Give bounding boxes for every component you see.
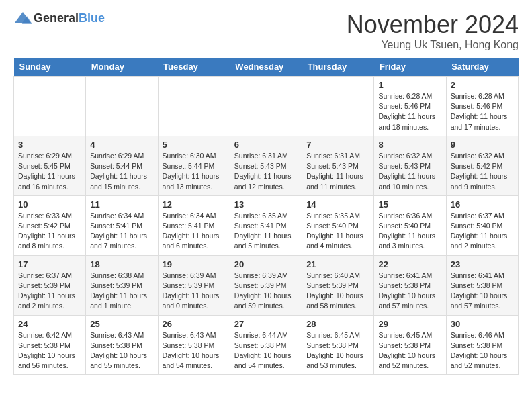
calendar-cell: 27Sunrise: 6:44 AM Sunset: 5:38 PM Dayli… (230, 315, 302, 375)
day-info: Sunrise: 6:35 AM Sunset: 5:41 PM Dayligh… (234, 211, 298, 252)
day-info: Sunrise: 6:31 AM Sunset: 5:43 PM Dayligh… (234, 151, 298, 192)
day-number: 3 (18, 140, 81, 150)
calendar-cell: 4Sunrise: 6:29 AM Sunset: 5:44 PM Daylig… (86, 136, 158, 195)
day-number: 20 (234, 259, 298, 269)
calendar-cell: 8Sunrise: 6:32 AM Sunset: 5:43 PM Daylig… (374, 136, 446, 195)
logo-general: General (34, 11, 79, 26)
day-number: 11 (90, 199, 153, 210)
week-row-4: 17Sunrise: 6:37 AM Sunset: 5:39 PM Dayli… (14, 255, 519, 315)
logo: GeneralBlue (13, 11, 105, 26)
day-info: Sunrise: 6:36 AM Sunset: 5:40 PM Dayligh… (378, 211, 441, 252)
month-title: November 2024 (347, 11, 519, 39)
calendar-cell: 22Sunrise: 6:41 AM Sunset: 5:38 PM Dayli… (374, 255, 446, 315)
calendar-table: SundayMondayTuesdayWednesdayThursdayFrid… (13, 58, 519, 375)
day-number: 5 (163, 140, 226, 150)
day-number: 15 (378, 199, 441, 210)
day-number: 16 (451, 199, 514, 210)
location: Yeung Uk Tsuen, Hong Kong (347, 39, 519, 51)
day-number: 21 (306, 259, 369, 269)
calendar-cell: 13Sunrise: 6:35 AM Sunset: 5:41 PM Dayli… (230, 195, 302, 255)
day-info: Sunrise: 6:41 AM Sunset: 5:38 PM Dayligh… (451, 271, 514, 312)
day-number: 12 (163, 199, 226, 210)
calendar-cell: 21Sunrise: 6:40 AM Sunset: 5:39 PM Dayli… (302, 255, 374, 315)
calendar-cell: 24Sunrise: 6:42 AM Sunset: 5:38 PM Dayli… (14, 315, 86, 375)
day-info: Sunrise: 6:39 AM Sunset: 5:39 PM Dayligh… (163, 271, 226, 312)
calendar-cell: 18Sunrise: 6:38 AM Sunset: 5:39 PM Dayli… (86, 255, 158, 315)
calendar-cell: 3Sunrise: 6:29 AM Sunset: 5:45 PM Daylig… (14, 136, 86, 195)
day-info: Sunrise: 6:30 AM Sunset: 5:44 PM Dayligh… (163, 151, 226, 192)
title-block: November 2024 Yeung Uk Tsuen, Hong Kong (347, 11, 519, 51)
day-info: Sunrise: 6:33 AM Sunset: 5:42 PM Dayligh… (18, 211, 81, 252)
day-info: Sunrise: 6:28 AM Sunset: 5:46 PM Dayligh… (378, 91, 441, 132)
day-number: 2 (451, 80, 514, 90)
calendar-cell: 2Sunrise: 6:28 AM Sunset: 5:46 PM Daylig… (446, 77, 518, 136)
day-info: Sunrise: 6:43 AM Sunset: 5:38 PM Dayligh… (90, 330, 153, 371)
calendar-cell (302, 77, 374, 136)
day-info: Sunrise: 6:28 AM Sunset: 5:46 PM Dayligh… (451, 91, 514, 132)
day-number: 10 (18, 199, 81, 210)
calendar-cell: 26Sunrise: 6:43 AM Sunset: 5:38 PM Dayli… (158, 315, 230, 375)
day-number: 30 (451, 319, 514, 329)
day-info: Sunrise: 6:31 AM Sunset: 5:43 PM Dayligh… (306, 151, 369, 192)
day-number: 24 (18, 319, 81, 329)
day-header-sunday: Sunday (14, 58, 86, 77)
day-info: Sunrise: 6:37 AM Sunset: 5:40 PM Dayligh… (451, 211, 514, 252)
day-number: 9 (451, 140, 514, 150)
week-row-5: 24Sunrise: 6:42 AM Sunset: 5:38 PM Dayli… (14, 315, 519, 375)
calendar-cell: 5Sunrise: 6:30 AM Sunset: 5:44 PM Daylig… (158, 136, 230, 195)
day-number: 14 (306, 199, 369, 210)
day-info: Sunrise: 6:29 AM Sunset: 5:44 PM Dayligh… (90, 151, 153, 192)
calendar-cell: 15Sunrise: 6:36 AM Sunset: 5:40 PM Dayli… (374, 195, 446, 255)
day-number: 25 (90, 319, 153, 329)
calendar-cell: 9Sunrise: 6:32 AM Sunset: 5:42 PM Daylig… (446, 136, 518, 195)
calendar-cell (86, 77, 158, 136)
calendar-cell (158, 77, 230, 136)
day-number: 8 (378, 140, 441, 150)
header: GeneralBlue November 2024 Yeung Uk Tsuen… (13, 11, 519, 51)
calendar-cell: 6Sunrise: 6:31 AM Sunset: 5:43 PM Daylig… (230, 136, 302, 195)
calendar-cell: 30Sunrise: 6:46 AM Sunset: 5:38 PM Dayli… (446, 315, 518, 375)
calendar-cell: 12Sunrise: 6:34 AM Sunset: 5:41 PM Dayli… (158, 195, 230, 255)
day-number: 22 (378, 259, 441, 269)
week-row-1: 1Sunrise: 6:28 AM Sunset: 5:46 PM Daylig… (14, 77, 519, 136)
day-info: Sunrise: 6:37 AM Sunset: 5:39 PM Dayligh… (18, 271, 81, 312)
calendar-cell: 19Sunrise: 6:39 AM Sunset: 5:39 PM Dayli… (158, 255, 230, 315)
day-info: Sunrise: 6:34 AM Sunset: 5:41 PM Dayligh… (163, 211, 226, 252)
calendar-cell: 29Sunrise: 6:45 AM Sunset: 5:38 PM Dayli… (374, 315, 446, 375)
day-info: Sunrise: 6:42 AM Sunset: 5:38 PM Dayligh… (18, 330, 81, 371)
day-info: Sunrise: 6:45 AM Sunset: 5:38 PM Dayligh… (306, 330, 369, 371)
calendar-cell: 25Sunrise: 6:43 AM Sunset: 5:38 PM Dayli… (86, 315, 158, 375)
day-info: Sunrise: 6:44 AM Sunset: 5:38 PM Dayligh… (234, 330, 298, 371)
calendar-cell (230, 77, 302, 136)
day-number: 6 (234, 140, 298, 150)
day-info: Sunrise: 6:39 AM Sunset: 5:39 PM Dayligh… (234, 271, 298, 312)
day-info: Sunrise: 6:34 AM Sunset: 5:41 PM Dayligh… (90, 211, 153, 252)
day-number: 1 (378, 80, 441, 90)
calendar-cell (14, 77, 86, 136)
calendar-cell: 11Sunrise: 6:34 AM Sunset: 5:41 PM Dayli… (86, 195, 158, 255)
day-header-saturday: Saturday (446, 58, 518, 77)
day-number: 19 (163, 259, 226, 269)
day-info: Sunrise: 6:32 AM Sunset: 5:42 PM Dayligh… (451, 151, 514, 192)
day-number: 28 (306, 319, 369, 329)
calendar-cell: 7Sunrise: 6:31 AM Sunset: 5:43 PM Daylig… (302, 136, 374, 195)
day-info: Sunrise: 6:45 AM Sunset: 5:38 PM Dayligh… (378, 330, 441, 371)
day-info: Sunrise: 6:29 AM Sunset: 5:45 PM Dayligh… (18, 151, 81, 192)
calendar-cell: 23Sunrise: 6:41 AM Sunset: 5:38 PM Dayli… (446, 255, 518, 315)
day-info: Sunrise: 6:32 AM Sunset: 5:43 PM Dayligh… (378, 151, 441, 192)
logo-blue: Blue (79, 11, 105, 26)
day-header-wednesday: Wednesday (230, 58, 302, 77)
calendar-cell: 20Sunrise: 6:39 AM Sunset: 5:39 PM Dayli… (230, 255, 302, 315)
days-header-row: SundayMondayTuesdayWednesdayThursdayFrid… (14, 58, 519, 77)
week-row-2: 3Sunrise: 6:29 AM Sunset: 5:45 PM Daylig… (14, 136, 519, 195)
day-number: 18 (90, 259, 153, 269)
day-header-thursday: Thursday (302, 58, 374, 77)
day-number: 17 (18, 259, 81, 269)
day-info: Sunrise: 6:40 AM Sunset: 5:39 PM Dayligh… (306, 271, 369, 312)
calendar-cell: 17Sunrise: 6:37 AM Sunset: 5:39 PM Dayli… (14, 255, 86, 315)
day-number: 7 (306, 140, 369, 150)
calendar-cell: 14Sunrise: 6:35 AM Sunset: 5:40 PM Dayli… (302, 195, 374, 255)
day-info: Sunrise: 6:35 AM Sunset: 5:40 PM Dayligh… (306, 211, 369, 252)
week-row-3: 10Sunrise: 6:33 AM Sunset: 5:42 PM Dayli… (14, 195, 519, 255)
day-number: 23 (451, 259, 514, 269)
